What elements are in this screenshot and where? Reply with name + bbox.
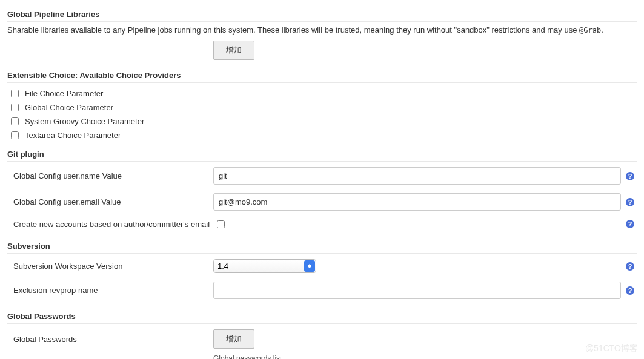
choice-item: File Choice Parameter: [7, 87, 637, 100]
watermark: @51CTO博客: [585, 343, 638, 354]
svg-text:?: ?: [628, 199, 632, 206]
git-user-name-input[interactable]: [213, 167, 621, 185]
passwords-list-label: Global passwords list: [213, 351, 637, 359]
git-create-accounts-checkbox[interactable]: [217, 220, 225, 228]
git-user-email-label: Global Config user.email Value: [7, 197, 213, 206]
choice-item: Textarea Choice Parameter: [7, 128, 637, 142]
pipeline-description-post: .: [601, 25, 603, 35]
svg-text:?: ?: [628, 263, 632, 270]
help-icon[interactable]: ?: [625, 219, 635, 229]
choice-label: File Choice Parameter: [25, 89, 103, 98]
section-header-passwords: Global Passwords: [7, 309, 637, 324]
section-header-git: Git plugin: [7, 147, 637, 162]
svn-exclusion-label: Exclusion revprop name: [7, 286, 213, 295]
section-header-subversion: Subversion: [7, 239, 637, 254]
help-icon[interactable]: ?: [625, 262, 635, 271]
svg-text:?: ?: [628, 220, 632, 228]
git-create-accounts-label: Create new accounts based on author/comm…: [7, 220, 213, 229]
help-icon[interactable]: ?: [625, 197, 635, 207]
choice-label: Textarea Choice Parameter: [25, 131, 121, 140]
choice-checkbox-file[interactable]: [11, 90, 19, 97]
pipeline-description-pre: Sharable libraries available to any Pipe…: [7, 25, 579, 35]
svn-workspace-label: Subversion Workspace Version: [7, 262, 213, 271]
choice-checkbox-textarea[interactable]: [11, 131, 19, 139]
svg-text:?: ?: [628, 173, 632, 180]
pipeline-description-code: @Grab: [579, 26, 601, 35]
help-icon[interactable]: ?: [625, 286, 635, 295]
pipeline-add-button[interactable]: 增加: [213, 41, 254, 60]
svg-text:?: ?: [628, 287, 632, 294]
svn-exclusion-input[interactable]: [213, 282, 621, 299]
git-user-name-label: Global Config user.name Value: [7, 171, 213, 180]
help-icon[interactable]: ?: [625, 171, 635, 181]
choice-checkbox-global[interactable]: [11, 104, 19, 111]
section-header-pipeline: Global Pipeline Libraries: [7, 7, 637, 22]
section-header-choices: Extensible Choice: Available Choice Prov…: [7, 68, 637, 83]
choice-checkbox-groovy[interactable]: [11, 117, 19, 125]
choice-item: System Groovy Choice Parameter: [7, 114, 637, 128]
git-user-email-input[interactable]: [213, 193, 621, 211]
pipeline-description: Sharable libraries available to any Pipe…: [7, 25, 637, 35]
choice-item: Global Choice Parameter: [7, 100, 637, 114]
passwords-label: Global Passwords: [7, 335, 213, 344]
passwords-add-button[interactable]: 增加: [213, 329, 254, 349]
svn-workspace-select[interactable]: 1.4: [213, 259, 316, 273]
choice-label: Global Choice Parameter: [25, 103, 113, 112]
choice-label: System Groovy Choice Parameter: [25, 117, 144, 126]
